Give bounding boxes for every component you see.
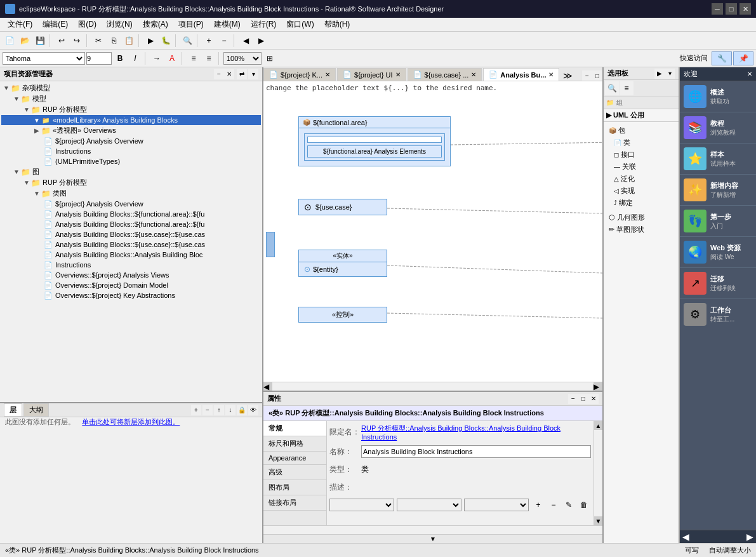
palette-layout-btn[interactable]: ≡ xyxy=(620,81,633,95)
tree-item-misc[interactable]: ▼ 📁 杂项模型 xyxy=(1,83,261,93)
quick-access-icon1[interactable]: 🔧 xyxy=(712,51,732,65)
menu-project[interactable]: 项目(P) xyxy=(173,18,209,31)
layer-toolbar-btn1[interactable]: + xyxy=(191,405,201,415)
tree-item-classdiagram[interactable]: ▼ 📁 类图 xyxy=(1,188,261,199)
palette-item-class[interactable]: 📄类 xyxy=(611,137,676,149)
props-tab-ruler[interactable]: 标尺和网格 xyxy=(263,436,326,452)
editor-minimize-btn[interactable]: − xyxy=(582,70,592,81)
welcome-scroll-right[interactable]: ▶ xyxy=(746,532,753,542)
tab-close-3[interactable]: ✕ xyxy=(548,71,554,78)
palette-item-binding[interactable]: ⤴绑定 xyxy=(611,197,676,209)
layer-toolbar-btn6[interactable]: 👁 xyxy=(248,405,258,415)
layer-toolbar-btn5[interactable]: 🔒 xyxy=(237,405,247,415)
element-entity[interactable]: «实体» ⊙ ${entity} xyxy=(298,250,387,277)
explorer-close-btn[interactable]: ✕ xyxy=(224,69,234,79)
menu-edit[interactable]: 编辑(E) xyxy=(37,18,73,31)
palette-expand-btn[interactable]: ▶ xyxy=(654,69,665,79)
tree-item-cd7[interactable]: 📄 Overviews::${project} Analysis Views xyxy=(1,270,261,280)
tab-project-ui[interactable]: 📄${project} UI ✕ xyxy=(337,68,406,81)
welcome-item-firststeps[interactable]: 👣 第一步 入门 xyxy=(680,206,756,237)
welcome-item-web[interactable]: 🌏 Web 资源 阅读 We xyxy=(680,237,756,268)
layer-toolbar-btn3[interactable]: ↑ xyxy=(214,405,224,415)
palette-item-package[interactable]: 📦包 xyxy=(606,124,676,137)
scroll-handle-left[interactable] xyxy=(266,232,275,257)
canvas-scrollbar-h[interactable]: ◀ ▶ xyxy=(263,382,602,391)
palette-item-association[interactable]: —关联 xyxy=(611,161,676,173)
form-value-qualname[interactable]: RUP 分析模型::Analysis Building Blocks::Anal… xyxy=(361,424,591,441)
explorer-minimize-btn[interactable]: − xyxy=(214,69,224,79)
palette-item-realization[interactable]: ◁实现 xyxy=(611,185,676,197)
arrow-button[interactable]: → xyxy=(150,51,164,65)
fit-button[interactable]: ⊞ xyxy=(263,51,277,65)
tab-layer[interactable]: 层 xyxy=(4,403,22,416)
element-control[interactable]: «控制» xyxy=(298,307,387,323)
tab-use-case[interactable]: 📄${use.case} ... ✕ xyxy=(408,68,482,81)
run-button[interactable]: ▶ xyxy=(143,34,157,48)
form-dropdown-3[interactable] xyxy=(464,499,529,511)
welcome-item-tutorial[interactable]: 📚 教程 浏览教程 xyxy=(680,112,756,144)
form-action-4[interactable]: 🗑 xyxy=(577,498,591,512)
props-maximize-btn[interactable]: □ xyxy=(578,394,588,404)
welcome-close-btn[interactable]: ✕ xyxy=(747,70,752,77)
tree-item-cd2[interactable]: 📄 Analysis Building Blocks::${functional… xyxy=(1,209,261,219)
props-collapse-handle[interactable]: ▼ xyxy=(263,534,602,543)
search-button[interactable]: 🔍 xyxy=(180,34,194,48)
form-action-1[interactable]: + xyxy=(531,498,545,512)
redo-button[interactable]: ↪ xyxy=(70,34,84,48)
tab-close-1[interactable]: ✕ xyxy=(395,71,401,78)
tree-item-model[interactable]: ▼ 📁 模型 xyxy=(1,93,261,104)
tab-close-2[interactable]: ✕ xyxy=(471,71,476,78)
form-dropdown-1[interactable] xyxy=(329,499,394,511)
menu-help[interactable]: 帮助(H) xyxy=(319,18,355,31)
props-minimize-btn[interactable]: − xyxy=(568,394,578,404)
props-scroll-down[interactable]: ▼ xyxy=(594,516,602,525)
tab-project-k[interactable]: 📄${project} K... ✕ xyxy=(263,68,336,81)
minimize-button[interactable]: ─ xyxy=(712,3,723,15)
align-left[interactable]: ≡ xyxy=(187,51,201,65)
menu-search[interactable]: 搜索(A) xyxy=(138,18,173,31)
welcome-item-workbench[interactable]: ⚙ 工作台 转至工... xyxy=(680,299,756,330)
menu-window[interactable]: 窗口(W) xyxy=(281,18,319,31)
tree-item-cd8[interactable]: 📄 Overviews::${project} Domain Model xyxy=(1,280,261,290)
palette-item-interface[interactable]: ◻接口 xyxy=(611,149,676,161)
form-dropdown-2[interactable] xyxy=(397,499,461,511)
menu-model[interactable]: 建模(M) xyxy=(209,18,246,31)
tab-analysis-bu[interactable]: 📄Analysis Bu... ✕ xyxy=(483,68,559,81)
copy-button[interactable]: ⎘ xyxy=(107,34,121,48)
props-tab-linklayout[interactable]: 链接布局 xyxy=(263,495,326,511)
props-scrollbar-h[interactable] xyxy=(263,525,602,534)
explorer-menu-btn[interactable]: ▾ xyxy=(248,69,258,79)
debug-button[interactable]: 🐛 xyxy=(159,34,173,48)
maximize-button[interactable]: □ xyxy=(726,3,737,15)
tree-item-cd3[interactable]: 📄 Analysis Building Blocks::${functional… xyxy=(1,219,261,229)
explorer-sync-btn[interactable]: ⇄ xyxy=(237,69,247,79)
form-input-name[interactable] xyxy=(361,445,591,458)
zoom-select[interactable]: 100% xyxy=(223,52,262,65)
cut-button[interactable]: ✂ xyxy=(91,34,105,48)
save-button[interactable]: 💾 xyxy=(33,34,47,48)
editor-maximize-btn[interactable]: □ xyxy=(592,70,602,81)
palette-item-sketch[interactable]: ✏草图形状 xyxy=(606,224,676,236)
welcome-item-newfeatures[interactable]: ✨ 新增内容 了解新增 xyxy=(680,175,756,206)
undo-button[interactable]: ↩ xyxy=(55,34,69,48)
scroll-right-btn[interactable]: ▶ xyxy=(594,382,602,391)
zoomout-button[interactable]: − xyxy=(217,34,231,48)
palette-search-btn[interactable]: 🔍 xyxy=(605,81,619,95)
open-button[interactable]: 📂 xyxy=(18,34,32,48)
props-tab-diagramlayout[interactable]: 图布局 xyxy=(263,480,326,495)
palette-menu-btn[interactable]: ▾ xyxy=(665,69,675,79)
palette-item-generalization[interactable]: △泛化 xyxy=(611,173,676,185)
props-tab-appearance[interactable]: Appearance xyxy=(263,452,326,465)
scroll-left-btn[interactable]: ◀ xyxy=(263,382,272,391)
tree-item-rup[interactable]: ▼ 📁 RUP 分析模型 xyxy=(1,104,261,115)
tree-item-cd-instructions[interactable]: 📄 Instructions xyxy=(1,260,261,270)
window-controls[interactable]: ─ □ ✕ xyxy=(712,3,751,15)
props-scrollbar-v[interactable]: ▲ ▼ xyxy=(594,421,602,525)
welcome-scroll-left[interactable]: ◀ xyxy=(682,532,689,542)
tree-item-cd1[interactable]: 📄 ${project} Analysis Overview xyxy=(1,199,261,209)
tree-item-instructions1[interactable]: 📄 Instructions xyxy=(1,146,261,156)
back-button[interactable]: ◀ xyxy=(239,34,253,48)
props-tab-general[interactable]: 常规 xyxy=(263,421,326,436)
menu-run[interactable]: 运行(R) xyxy=(246,18,282,31)
tree-item-diagrams[interactable]: ▼ 📁 图 xyxy=(1,166,261,177)
